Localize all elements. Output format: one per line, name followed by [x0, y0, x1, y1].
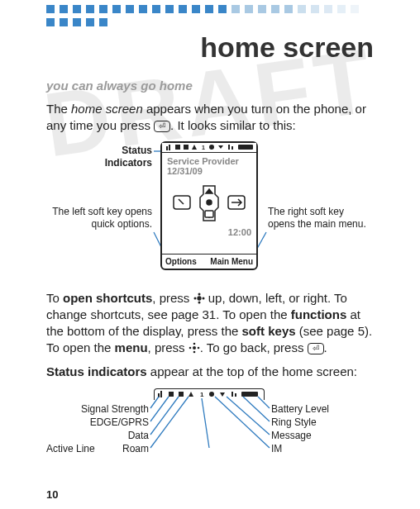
left-softkey-label: Options: [165, 257, 197, 266]
svg-line-60: [202, 398, 209, 448]
intro-paragraph: The home screen appears when you turn on…: [46, 101, 374, 135]
svg-point-41: [198, 293, 200, 295]
nav-cross-icon: [172, 179, 246, 229]
svg-point-47: [193, 351, 195, 354]
back-key-icon: ⏎: [308, 343, 324, 354]
status-icons-row: 1: [165, 144, 253, 150]
message-label: Message: [271, 430, 312, 441]
status-indicators-figure: 1 Signal Strength ED: [46, 387, 374, 469]
svg-text:1: 1: [202, 145, 205, 150]
svg-point-40: [207, 200, 212, 205]
edge-gprs-label: EDGE/GPRS: [46, 416, 149, 428]
svg-point-43: [193, 297, 196, 299]
svg-point-45: [198, 297, 201, 300]
svg-rect-36: [238, 145, 253, 150]
svg-point-42: [198, 301, 200, 303]
home-screen-figure: Status Indicators The left soft key open…: [46, 141, 374, 282]
battery-level-label: Battery Level: [271, 403, 329, 415]
svg-point-50: [193, 346, 196, 350]
data-label: Data: [46, 430, 149, 441]
svg-line-59: [150, 397, 189, 448]
svg-point-35: [209, 145, 214, 150]
center-key-icon: [189, 342, 200, 354]
svg-point-49: [197, 347, 199, 350]
back-key-icon: ⏎: [154, 121, 170, 132]
phone-mockup: 1 Service Provider 12/31/09: [160, 141, 258, 270]
tagline: you can always go home: [46, 78, 374, 93]
svg-point-46: [193, 343, 195, 345]
shortcuts-paragraph: To open shortcuts, press up, down, left,…: [46, 290, 374, 357]
svg-rect-33: [184, 145, 189, 150]
page-number: 10: [46, 488, 58, 501]
page-title: home screen: [46, 31, 374, 64]
svg-line-57: [150, 397, 169, 421]
im-label: IM: [271, 443, 282, 454]
svg-line-64: [215, 397, 270, 448]
svg-rect-39: [205, 211, 213, 217]
svg-line-61: [258, 397, 270, 408]
ring-style-label: Ring Style: [271, 416, 317, 428]
right-softkey-label: Main Menu: [210, 257, 253, 266]
signal-strength-label: Signal Strength: [46, 403, 149, 415]
svg-point-48: [189, 347, 191, 350]
status-intro-paragraph: Status indicators appear at the top of t…: [46, 364, 374, 380]
svg-line-56: [150, 397, 159, 408]
svg-rect-32: [175, 145, 180, 150]
date-text: 12/31/09: [167, 166, 251, 176]
svg-line-62: [243, 397, 270, 421]
active-line-label: Active Line: [46, 443, 95, 454]
phone-status-bar: 1: [162, 143, 256, 153]
service-provider-text: Service Provider: [167, 156, 251, 166]
nav-key-icon: [193, 293, 205, 304]
